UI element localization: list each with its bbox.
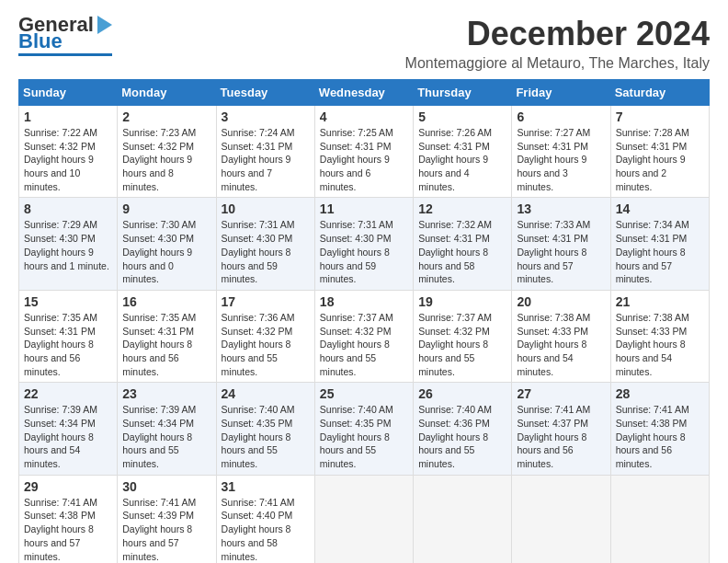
table-row: 31Sunrise: 7:41 AMSunset: 4:40 PMDayligh… (216, 475, 314, 563)
table-row: 26Sunrise: 7:40 AMSunset: 4:36 PMDayligh… (414, 383, 512, 475)
day-number: 23 (122, 386, 210, 401)
day-number: 12 (418, 201, 506, 216)
day-info: Sunrise: 7:41 AMSunset: 4:37 PMDaylight … (517, 404, 590, 469)
day-number: 24 (222, 386, 310, 401)
day-info: Sunrise: 7:27 AMSunset: 4:31 PMDaylight … (517, 127, 590, 192)
day-info: Sunrise: 7:41 AMSunset: 4:39 PMDaylight … (122, 497, 196, 562)
table-row: 20Sunrise: 7:38 AMSunset: 4:33 PMDayligh… (512, 290, 610, 382)
table-row (414, 475, 512, 563)
table-row: 7Sunrise: 7:28 AMSunset: 4:31 PMDaylight… (610, 106, 709, 198)
table-row: 30Sunrise: 7:41 AMSunset: 4:39 PMDayligh… (118, 475, 216, 563)
day-info: Sunrise: 7:31 AMSunset: 4:30 PMDaylight … (320, 219, 393, 284)
table-row: 25Sunrise: 7:40 AMSunset: 4:35 PMDayligh… (314, 383, 413, 475)
table-row: 15Sunrise: 7:35 AMSunset: 4:31 PMDayligh… (19, 290, 118, 382)
day-number: 15 (24, 294, 112, 309)
table-row: 28Sunrise: 7:41 AMSunset: 4:38 PMDayligh… (610, 383, 709, 475)
calendar-table: Sunday Monday Tuesday Wednesday Thursday… (18, 79, 710, 563)
table-row (314, 475, 413, 563)
logo-underline (18, 53, 112, 56)
col-monday: Monday (118, 80, 216, 106)
day-info: Sunrise: 7:40 AMSunset: 4:35 PMDaylight … (320, 404, 393, 469)
table-row: 24Sunrise: 7:40 AMSunset: 4:35 PMDayligh… (216, 383, 314, 475)
table-row: 8Sunrise: 7:29 AMSunset: 4:30 PMDaylight… (19, 198, 118, 290)
col-thursday: Thursday (414, 80, 512, 106)
day-info: Sunrise: 7:26 AMSunset: 4:31 PMDaylight … (418, 127, 492, 192)
day-number: 6 (517, 109, 605, 124)
day-info: Sunrise: 7:29 AMSunset: 4:30 PMDaylight … (24, 219, 109, 270)
day-info: Sunrise: 7:37 AMSunset: 4:32 PMDaylight … (418, 312, 492, 377)
table-row: 6Sunrise: 7:27 AMSunset: 4:31 PMDaylight… (512, 106, 610, 198)
day-info: Sunrise: 7:40 AMSunset: 4:36 PMDaylight … (418, 404, 492, 469)
day-number: 27 (517, 386, 605, 401)
day-number: 5 (418, 109, 506, 124)
table-row: 2Sunrise: 7:23 AMSunset: 4:32 PMDaylight… (118, 106, 216, 198)
day-number: 26 (418, 386, 506, 401)
table-row: 27Sunrise: 7:41 AMSunset: 4:37 PMDayligh… (512, 383, 610, 475)
logo-text-blue: Blue (18, 31, 63, 52)
month-title: December 2024 (405, 15, 710, 53)
day-number: 9 (122, 201, 210, 216)
day-number: 11 (320, 201, 408, 216)
day-info: Sunrise: 7:22 AMSunset: 4:32 PMDaylight … (24, 127, 97, 192)
day-info: Sunrise: 7:39 AMSunset: 4:34 PMDaylight … (122, 404, 196, 469)
day-info: Sunrise: 7:33 AMSunset: 4:31 PMDaylight … (517, 219, 590, 284)
day-number: 25 (320, 386, 408, 401)
col-tuesday: Tuesday (216, 80, 314, 106)
calendar-week-row: 22Sunrise: 7:39 AMSunset: 4:34 PMDayligh… (19, 383, 710, 475)
day-info: Sunrise: 7:39 AMSunset: 4:34 PMDaylight … (24, 404, 97, 469)
table-row: 5Sunrise: 7:26 AMSunset: 4:31 PMDaylight… (414, 106, 512, 198)
day-number: 22 (24, 386, 112, 401)
day-number: 7 (616, 109, 704, 124)
title-block: December 2024 Montemaggiore al Metauro, … (405, 15, 710, 72)
table-row (610, 475, 709, 563)
calendar-week-row: 29Sunrise: 7:41 AMSunset: 4:38 PMDayligh… (19, 475, 710, 563)
table-row: 29Sunrise: 7:41 AMSunset: 4:38 PMDayligh… (19, 475, 118, 563)
day-number: 29 (24, 479, 112, 494)
day-info: Sunrise: 7:41 AMSunset: 4:38 PMDaylight … (24, 497, 97, 562)
table-row: 21Sunrise: 7:38 AMSunset: 4:33 PMDayligh… (610, 290, 709, 382)
day-number: 14 (616, 201, 704, 216)
page-header: General Blue December 2024 Montemaggiore… (18, 15, 710, 72)
day-number: 17 (222, 294, 310, 309)
table-row: 23Sunrise: 7:39 AMSunset: 4:34 PMDayligh… (118, 383, 216, 475)
day-info: Sunrise: 7:41 AMSunset: 4:38 PMDaylight … (616, 404, 689, 469)
day-number: 16 (122, 294, 210, 309)
day-number: 30 (122, 479, 210, 494)
day-info: Sunrise: 7:32 AMSunset: 4:31 PMDaylight … (418, 219, 492, 284)
day-number: 28 (616, 386, 704, 401)
table-row: 19Sunrise: 7:37 AMSunset: 4:32 PMDayligh… (414, 290, 512, 382)
day-number: 21 (616, 294, 704, 309)
col-friday: Friday (512, 80, 610, 106)
table-row: 12Sunrise: 7:32 AMSunset: 4:31 PMDayligh… (414, 198, 512, 290)
table-row: 1Sunrise: 7:22 AMSunset: 4:32 PMDaylight… (19, 106, 118, 198)
location-title: Montemaggiore al Metauro, The Marches, I… (405, 55, 710, 72)
table-row: 13Sunrise: 7:33 AMSunset: 4:31 PMDayligh… (512, 198, 610, 290)
col-wednesday: Wednesday (314, 80, 413, 106)
logo-arrow-icon (97, 16, 112, 34)
day-number: 2 (122, 109, 210, 124)
table-row: 4Sunrise: 7:25 AMSunset: 4:31 PMDaylight… (314, 106, 413, 198)
table-row: 14Sunrise: 7:34 AMSunset: 4:31 PMDayligh… (610, 198, 709, 290)
day-info: Sunrise: 7:40 AMSunset: 4:35 PMDaylight … (222, 404, 295, 469)
day-info: Sunrise: 7:23 AMSunset: 4:32 PMDaylight … (122, 127, 196, 192)
day-number: 3 (222, 109, 310, 124)
day-number: 8 (24, 201, 112, 216)
day-info: Sunrise: 7:24 AMSunset: 4:31 PMDaylight … (222, 127, 295, 192)
day-number: 19 (418, 294, 506, 309)
day-info: Sunrise: 7:37 AMSunset: 4:32 PMDaylight … (320, 312, 393, 377)
table-row: 17Sunrise: 7:36 AMSunset: 4:32 PMDayligh… (216, 290, 314, 382)
day-number: 13 (517, 201, 605, 216)
day-number: 4 (320, 109, 408, 124)
col-saturday: Saturday (610, 80, 709, 106)
day-info: Sunrise: 7:31 AMSunset: 4:30 PMDaylight … (222, 219, 295, 284)
table-row: 22Sunrise: 7:39 AMSunset: 4:34 PMDayligh… (19, 383, 118, 475)
day-number: 31 (222, 479, 310, 494)
table-row: 18Sunrise: 7:37 AMSunset: 4:32 PMDayligh… (314, 290, 413, 382)
day-info: Sunrise: 7:28 AMSunset: 4:31 PMDaylight … (616, 127, 689, 192)
table-row: 9Sunrise: 7:30 AMSunset: 4:30 PMDaylight… (118, 198, 216, 290)
table-row (512, 475, 610, 563)
day-info: Sunrise: 7:34 AMSunset: 4:31 PMDaylight … (616, 219, 689, 284)
day-info: Sunrise: 7:41 AMSunset: 4:40 PMDaylight … (222, 497, 295, 562)
day-number: 10 (222, 201, 310, 216)
day-info: Sunrise: 7:25 AMSunset: 4:31 PMDaylight … (320, 127, 393, 192)
